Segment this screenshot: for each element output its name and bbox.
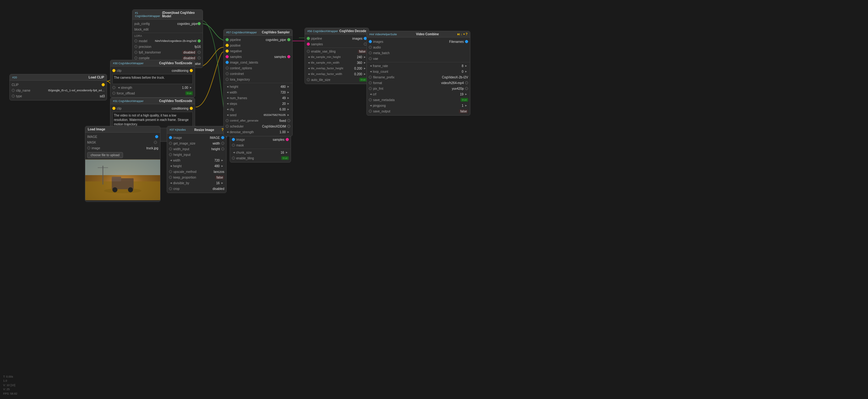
socket-vc-audio[interactable] [369,46,372,49]
socket-s-pipeline[interactable] [225,38,229,41]
socket-width-out[interactable] [221,142,224,145]
s-width-right[interactable]: ► [286,91,290,94]
socket-d-vaetile[interactable] [307,50,310,53]
socket-ie-tiling[interactable] [232,156,235,160]
socket-te30-clip[interactable] [112,69,116,72]
socket-vc-pixfmt[interactable] [369,87,372,90]
socket-fp8-out[interactable] [197,51,201,54]
socket-resize-image-in[interactable] [169,136,172,139]
vc-pingpong-right[interactable]: ► [464,104,468,107]
socket-s-control[interactable] [225,119,229,122]
te30-strength-left-arrow[interactable]: ◄ [117,86,121,89]
socket-ie-image[interactable] [232,138,235,141]
socket-vc-format-out[interactable] [465,81,468,84]
socket-imagefilename-in[interactable] [87,146,90,150]
socket-vc-meta[interactable] [369,51,372,55]
socket-upscale[interactable] [169,170,172,173]
socket-compile-out[interactable] [197,56,201,59]
socket-s-sched[interactable] [225,125,229,128]
s-numframes-right[interactable]: ► [286,96,290,99]
s-steps-left[interactable]: ◄ [225,102,230,105]
socket-s-context[interactable] [225,66,229,69]
socket-model-in[interactable] [134,39,137,42]
s-denoise-left[interactable]: ◄ [225,131,230,134]
socket-vc-vae[interactable] [369,57,372,60]
socket-vc-saveoutput[interactable] [369,110,372,113]
d-tileminh-left[interactable]: ◄ [307,55,311,59]
vc-fps-right[interactable]: ► [464,64,468,67]
s-denoise-right[interactable]: ► [286,131,290,134]
socket-d-autotile[interactable] [307,78,310,81]
vc-crf-left[interactable]: ◄ [369,93,373,96]
socket-clip-out[interactable] [102,83,105,86]
s-cfg-right[interactable]: ► [286,108,290,111]
socket-type-in[interactable] [12,94,15,97]
socket-model-out[interactable] [197,39,201,42]
socket-vc-images[interactable] [369,40,372,43]
vc-fps-left[interactable]: ◄ [369,64,373,67]
socket-vc-pixfmt-out[interactable] [465,87,468,90]
socket-keep-prop[interactable] [169,176,172,179]
d-tileminw-left[interactable]: ◄ [307,61,311,64]
te30-force-value[interactable]: true [185,91,193,95]
socket-compile-in[interactable] [134,56,137,59]
vc-crf-right[interactable]: ► [464,93,468,96]
socket-s-negative[interactable] [225,50,229,53]
s-numframes-left[interactable]: ◄ [225,96,230,99]
d-autotile-value[interactable]: true [359,78,367,82]
socket-ie-mask[interactable] [232,144,235,147]
divisible-left-arrow[interactable]: ◄ [169,181,173,184]
socket-cogvideo-pipe[interactable] [197,22,201,25]
socket-vc-filenames-out[interactable] [465,40,468,43]
choose-upload-button[interactable]: choose file to upload [87,152,123,158]
socket-d-samples[interactable] [307,42,310,46]
socket-vc-prefix[interactable] [369,76,372,79]
divisible-right-arrow[interactable]: ► [220,181,224,184]
height-right-arrow[interactable]: ► [220,164,224,168]
s-cfg-left[interactable]: ◄ [225,108,230,111]
socket-heightinput[interactable] [169,153,172,156]
te30-strength-right-arrow[interactable]: ► [189,86,193,89]
socket-mask-out[interactable] [154,141,157,144]
s-height-right[interactable]: ► [286,85,290,88]
socket-image-out[interactable] [155,135,158,138]
s-seed-left[interactable]: ◄ [225,113,230,116]
socket-te30-strength[interactable] [112,86,116,89]
socket-s-control-out[interactable] [287,119,290,122]
socket-s-controlnet[interactable] [225,72,229,75]
socket-vc-format[interactable] [369,81,372,84]
s-height-left[interactable]: ◄ [225,85,230,88]
s-steps-right[interactable]: ► [286,102,290,105]
node-canvas[interactable]: #1 CogVideoXWrapper (Down)load CogVideo … [0,0,868,399]
socket-s-positive[interactable] [225,44,229,47]
te30-prompt[interactable]: The camera follows before the truck. [112,74,193,84]
width-left-arrow[interactable]: ◄ [169,159,173,162]
socket-precision-in[interactable] [134,45,137,48]
socket-s-pipe-out[interactable] [287,38,290,41]
vc-loop-right[interactable]: ► [464,70,468,73]
ie-chunksize-right[interactable]: ► [285,151,289,154]
socket-s-samples-out[interactable] [287,55,290,58]
ie-chunksize-left[interactable]: ◄ [232,151,236,154]
socket-fp8-in[interactable] [134,51,137,54]
socket-d-pipeline[interactable] [307,37,310,40]
socket-getimgsize[interactable] [169,142,172,145]
socket-te31-clip[interactable] [112,107,116,110]
socket-height-out[interactable] [221,147,224,150]
d-overlapw-left[interactable]: ◄ [307,73,311,76]
socket-s-imgcond[interactable] [225,61,229,64]
ie-tiling-value[interactable]: true [281,156,289,160]
d-overlaph-left[interactable]: ◄ [307,67,311,70]
vc-pingpong-left[interactable]: ◄ [369,104,373,107]
s-seed-right[interactable]: ► [286,113,290,116]
socket-s-loratraj[interactable] [225,78,229,81]
socket-crop[interactable] [169,187,172,190]
vc-loop-left[interactable]: ◄ [369,70,373,73]
socket-vc-savemeta[interactable] [369,98,372,102]
socket-clipname-in[interactable] [12,89,15,92]
s-width-left[interactable]: ◄ [225,91,230,94]
socket-te30-force[interactable] [112,92,116,95]
socket-s-sched-out[interactable] [287,125,290,128]
socket-ie-samples-out[interactable] [286,138,289,141]
socket-s-samples[interactable] [225,55,229,58]
